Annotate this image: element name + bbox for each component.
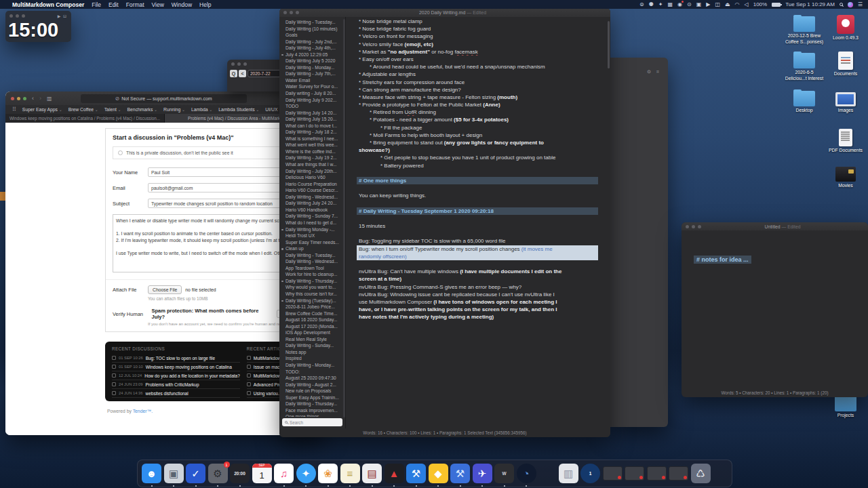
bookmark-benchmarks[interactable]: Benchmarks xyxy=(127,107,157,112)
sidebar-document-item[interactable]: TODO: xyxy=(279,369,345,375)
discussion-row[interactable]: 01 SEP 10:26Bug: TOC slow to open on lar… xyxy=(112,354,240,363)
license-icon[interactable]: ⊙ xyxy=(687,0,692,9)
desktop-icon-stack-movies[interactable]: Movies xyxy=(824,167,867,189)
sidebar-document-item[interactable]: Daily Writing July 14 20... xyxy=(279,110,345,117)
discussion-link[interactable]: Windows keep moving positions on Catalin… xyxy=(146,365,232,369)
sidebar-document-item[interactable]: Daily Writing - Sunday... xyxy=(279,342,345,349)
discussion-link[interactable]: Problems with CriticMarkup xyxy=(145,382,199,387)
sidebar-document-item[interactable]: Daily Writing - July 19 2... xyxy=(279,155,345,161)
sidebar-document-item[interactable]: Hario V60 Handbook xyxy=(279,207,345,214)
private-checkbox[interactable] xyxy=(118,150,123,155)
sidebar-document-item[interactable]: TODO xyxy=(279,103,345,110)
sidebar-document-item[interactable]: What are things that I w... xyxy=(279,161,345,168)
share-button[interactable]: < xyxy=(239,70,246,77)
desktop-icon-folder-brew-coffee[interactable]: 2020-12-5 BrewCoffee S...ponses) xyxy=(783,16,826,45)
dock-icon-system-preferences[interactable]: ⚙1 xyxy=(208,464,228,483)
dock-icon-finder[interactable]: ☻ xyxy=(142,464,161,483)
sidebar-document-item[interactable]: Heidi Trost UX xyxy=(279,232,345,239)
dock-icon-safari-app[interactable]: ✦ xyxy=(296,464,316,483)
sidebar-document-item[interactable]: What can I do to move t... xyxy=(279,123,345,129)
volume-icon[interactable]: ◁ xyxy=(745,0,749,9)
sidebar-toggle-icon[interactable]: ▥ xyxy=(47,96,52,102)
discussion-link[interactable]: Bug: TOC slow to open on large file xyxy=(146,356,215,361)
play-status-icon[interactable]: ▶ xyxy=(706,0,710,9)
sidebar-document-item[interactable]: Real Men Real Style xyxy=(279,336,345,343)
background-window[interactable]: ⊙ ⌗ xyxy=(610,58,668,427)
discussion-row[interactable]: 01 SEP 10:10Windows keep moving position… xyxy=(112,363,240,371)
sidebar-scrollbar[interactable] xyxy=(343,19,345,418)
dock-icon-1password[interactable]: 1 xyxy=(580,464,600,483)
notes-traffic-lights[interactable] xyxy=(686,225,701,228)
dock-icon-music[interactable]: ♫ xyxy=(274,464,294,483)
sidebar-document-item[interactable]: Goals xyxy=(279,32,345,39)
eject-icon[interactable]: ⏏ xyxy=(725,0,730,9)
article-link[interactable]: Using variou... xyxy=(254,391,282,396)
dock-icon-minimized-window-3[interactable] xyxy=(647,466,667,481)
menu-item-edit[interactable]: Edit xyxy=(108,1,119,8)
dock-icon-photos[interactable]: ❀ xyxy=(318,464,338,483)
sidebar-document-item[interactable]: Hario V60 Course Descr... xyxy=(279,187,345,194)
sidebar-document-item[interactable]: July 4 2020 12:29:05 xyxy=(279,52,345,58)
sidebar-document-item[interactable]: August 16 2020 Sunday... xyxy=(279,317,345,323)
sidebar-document-item[interactable]: Daily Writing (10 minutes) xyxy=(279,26,345,33)
dock-icon-preview[interactable]: ▣ xyxy=(164,464,184,483)
spotlight-icon[interactable] xyxy=(840,3,843,6)
sidebar-document-item[interactable]: Why would you want to... xyxy=(279,284,345,291)
sidebar-document-item[interactable]: 2020-8-11 Jobeo Price... xyxy=(279,304,345,310)
dock-icon-app-blue[interactable]: ✈ xyxy=(473,464,492,483)
desktop-icon-folder-projects[interactable]: Projects xyxy=(824,396,867,419)
menu-item-help[interactable]: Help xyxy=(199,1,211,8)
bookmark-super-easy-apps[interactable]: Super Easy Apps xyxy=(22,107,62,112)
link-keyboard-icon[interactable]: ⊜ xyxy=(639,0,644,9)
desktop-icon-stack-documents[interactable]: Documents xyxy=(824,52,867,77)
sidebar-document-item[interactable]: iOS App Development xyxy=(279,329,345,336)
dock-icon-xcode[interactable]: ⚒ xyxy=(406,464,426,483)
sidebar-document-item[interactable]: Delicious Hario V60 xyxy=(279,174,345,181)
dock-icon-calendar[interactable]: SEP1 xyxy=(252,464,272,483)
sidebar-document-item[interactable]: Brew Coffee Code Time... xyxy=(279,310,345,317)
screen-record-icon[interactable]: ▣ xyxy=(696,0,702,9)
discussion-row[interactable]: 12 JUL 10:24How do you add a file locati… xyxy=(112,371,240,380)
sidebar-document-item[interactable]: Water Survey for Pour o... xyxy=(279,83,345,90)
sidebar-document-item[interactable]: Daily Writing Monday -... xyxy=(279,226,345,233)
accessibility-icon[interactable]: ✦ xyxy=(658,0,663,9)
sidebar-document-item[interactable]: Super Easy Timer needs... xyxy=(279,239,345,246)
dock-icon-timer-app[interactable]: 20:00 xyxy=(230,464,250,483)
menu-item-file[interactable]: File xyxy=(92,1,101,8)
search-button[interactable]: Q xyxy=(230,70,237,77)
frequently-visited-icon[interactable]: ⠿ xyxy=(12,106,16,113)
sidebar-document-item[interactable]: Water Email xyxy=(279,77,345,84)
sidebar-document-item[interactable]: App Teardown Tool xyxy=(279,265,345,272)
sidebar-document-item[interactable]: Notes app xyxy=(279,349,345,356)
sidebar-document-item[interactable]: Daily Writing - August 2... xyxy=(279,382,345,388)
discussion-row[interactable]: 24 JUN 14:36websites disfunctional xyxy=(112,389,240,398)
bookmark-brew-coffee[interactable]: Brew Coffee xyxy=(68,107,98,112)
sidebar-document-item[interactable]: Daily Writing - July 20th... xyxy=(279,168,345,175)
sidebar-document-item[interactable]: Why this course isn't for... xyxy=(279,291,345,298)
wifi-icon[interactable]: ◠ xyxy=(735,0,740,9)
bookmark-lambda-students[interactable]: Lambda Students xyxy=(218,107,259,112)
timer-traffic-lights[interactable] xyxy=(9,14,25,18)
sidebar-document-item[interactable]: Where is the coffee ind... xyxy=(279,148,345,155)
dock-icon-minimized-window-2[interactable] xyxy=(625,466,644,481)
dock-icon-minimized-window-1[interactable] xyxy=(603,466,623,481)
antivirus-icon[interactable]: ⚉ xyxy=(649,0,654,9)
back-button[interactable]: ‹ xyxy=(32,95,34,102)
safari-traffic-lights[interactable] xyxy=(11,97,26,100)
sidebar-document-item[interactable]: Daily Writing July 15 20... xyxy=(279,116,345,123)
dock-icon-trash[interactable]: ♺ xyxy=(691,464,711,483)
discussion-row[interactable]: 24 JUN 23:09Problems with CriticMarkup xyxy=(112,380,240,389)
sidebar-document-item[interactable]: Daily Writing July 5 2020 xyxy=(279,58,345,64)
sidebar-document-item[interactable]: Daily Writing July 24 20... xyxy=(279,200,345,207)
sidebar-document-item[interactable]: Daily Writing July 9 202... xyxy=(279,97,345,104)
dock-icon-notes-app[interactable]: ≡ xyxy=(340,464,360,483)
desktop-icon-stack-images[interactable]: Images xyxy=(824,92,867,114)
sidebar-document-item[interactable]: What went well this wee... xyxy=(279,142,345,148)
dock-icon-quicktime[interactable]: ◔ xyxy=(517,464,536,483)
dock-icon-sketch[interactable]: ◆ xyxy=(429,464,448,483)
dock-icon-multimarkdown-composer[interactable]: ▤ xyxy=(362,464,382,483)
sidebar-document-item[interactable]: Daily Writing - July 4th,... xyxy=(279,45,345,52)
notification-center-icon[interactable]: ☰ xyxy=(858,0,863,9)
desktop-icon-folder-desktop[interactable]: Desktop xyxy=(783,91,826,114)
markdown-editor[interactable]: * Nose bridge metal clamp* Nose bridge f… xyxy=(346,17,610,428)
